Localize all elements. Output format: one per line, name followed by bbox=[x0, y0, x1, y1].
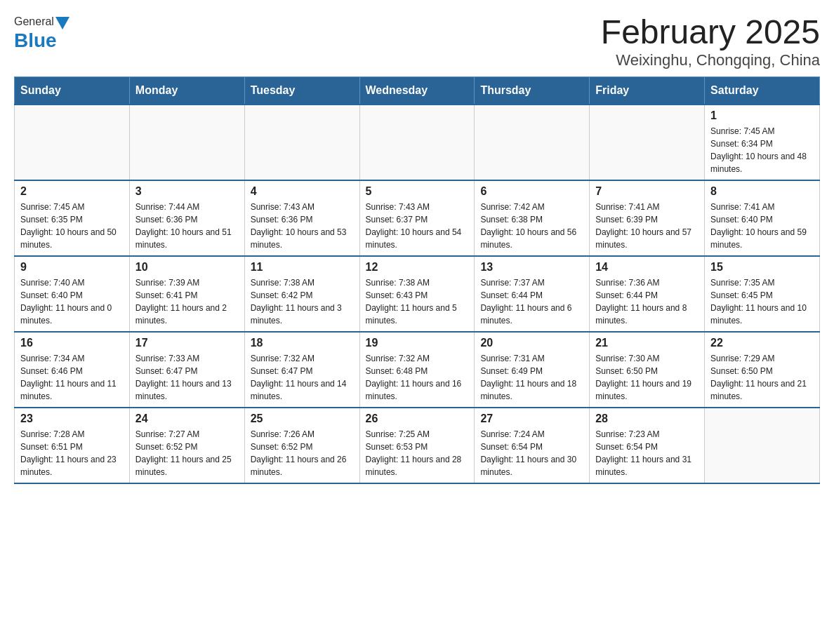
day-number: 3 bbox=[135, 185, 239, 198]
day-info: Sunrise: 7:39 AMSunset: 6:41 PMDaylight:… bbox=[135, 276, 239, 327]
day-info: Sunrise: 7:27 AMSunset: 6:52 PMDaylight:… bbox=[135, 428, 239, 478]
calendar-cell: 20Sunrise: 7:31 AMSunset: 6:49 PMDayligh… bbox=[475, 332, 590, 408]
calendar-cell bbox=[705, 408, 820, 483]
calendar-cell: 1Sunrise: 7:45 AMSunset: 6:34 PMDaylight… bbox=[705, 105, 820, 180]
day-info: Sunrise: 7:32 AMSunset: 6:47 PMDaylight:… bbox=[251, 352, 354, 403]
calendar-table: SundayMondayTuesdayWednesdayThursdayFrid… bbox=[14, 76, 820, 484]
calendar-cell: 12Sunrise: 7:38 AMSunset: 6:43 PMDayligh… bbox=[359, 256, 475, 332]
day-number: 1 bbox=[710, 109, 814, 122]
logo: General Blue bbox=[14, 14, 70, 52]
page-header: General Blue February 2025 Weixinghu, Ch… bbox=[14, 14, 820, 69]
calendar-subtitle: Weixinghu, Chongqing, China bbox=[601, 51, 820, 69]
calendar-cell: 15Sunrise: 7:35 AMSunset: 6:45 PMDayligh… bbox=[705, 256, 820, 332]
calendar-cell: 17Sunrise: 7:33 AMSunset: 6:47 PMDayligh… bbox=[129, 332, 244, 408]
calendar-cell: 18Sunrise: 7:32 AMSunset: 6:47 PMDayligh… bbox=[244, 332, 359, 408]
day-number: 11 bbox=[251, 261, 354, 274]
day-info: Sunrise: 7:26 AMSunset: 6:52 PMDaylight:… bbox=[251, 428, 354, 478]
day-number: 20 bbox=[480, 337, 583, 349]
calendar-cell bbox=[15, 105, 130, 180]
day-info: Sunrise: 7:34 AMSunset: 6:46 PMDaylight:… bbox=[20, 352, 124, 403]
logo-general-text: General bbox=[14, 15, 54, 28]
day-number: 9 bbox=[20, 261, 124, 274]
day-info: Sunrise: 7:43 AMSunset: 6:36 PMDaylight:… bbox=[251, 201, 354, 251]
calendar-cell bbox=[475, 105, 590, 180]
calendar-week-1: 1Sunrise: 7:45 AMSunset: 6:34 PMDaylight… bbox=[15, 105, 820, 180]
calendar-cell: 14Sunrise: 7:36 AMSunset: 6:44 PMDayligh… bbox=[590, 256, 705, 332]
day-info: Sunrise: 7:24 AMSunset: 6:54 PMDaylight:… bbox=[480, 428, 583, 478]
day-info: Sunrise: 7:35 AMSunset: 6:45 PMDaylight:… bbox=[710, 276, 814, 327]
day-info: Sunrise: 7:41 AMSunset: 6:39 PMDaylight:… bbox=[595, 201, 699, 251]
day-number: 23 bbox=[20, 412, 124, 425]
day-header-wednesday: Wednesday bbox=[359, 76, 475, 105]
day-info: Sunrise: 7:36 AMSunset: 6:44 PMDaylight:… bbox=[595, 276, 699, 327]
day-header-thursday: Thursday bbox=[475, 76, 590, 105]
calendar-cell: 21Sunrise: 7:30 AMSunset: 6:50 PMDayligh… bbox=[590, 332, 705, 408]
logo-blue-text: Blue bbox=[14, 29, 57, 52]
day-info: Sunrise: 7:44 AMSunset: 6:36 PMDaylight:… bbox=[135, 201, 239, 251]
calendar-cell: 13Sunrise: 7:37 AMSunset: 6:44 PMDayligh… bbox=[475, 256, 590, 332]
day-header-friday: Friday bbox=[590, 76, 705, 105]
day-number: 18 bbox=[251, 337, 354, 349]
day-info: Sunrise: 7:43 AMSunset: 6:37 PMDaylight:… bbox=[366, 201, 469, 251]
day-header-sunday: Sunday bbox=[15, 76, 130, 105]
day-info: Sunrise: 7:31 AMSunset: 6:49 PMDaylight:… bbox=[480, 352, 583, 403]
calendar-cell: 25Sunrise: 7:26 AMSunset: 6:52 PMDayligh… bbox=[244, 408, 359, 483]
day-number: 14 bbox=[595, 261, 699, 274]
day-info: Sunrise: 7:45 AMSunset: 6:34 PMDaylight:… bbox=[710, 125, 814, 175]
day-number: 16 bbox=[20, 337, 124, 349]
day-number: 24 bbox=[135, 412, 239, 425]
calendar-cell: 28Sunrise: 7:23 AMSunset: 6:54 PMDayligh… bbox=[590, 408, 705, 483]
calendar-cell: 8Sunrise: 7:41 AMSunset: 6:40 PMDaylight… bbox=[705, 180, 820, 256]
calendar-week-3: 9Sunrise: 7:40 AMSunset: 6:40 PMDaylight… bbox=[15, 256, 820, 332]
day-info: Sunrise: 7:37 AMSunset: 6:44 PMDaylight:… bbox=[480, 276, 583, 327]
calendar-title: February 2025 bbox=[601, 14, 820, 51]
calendar-cell: 24Sunrise: 7:27 AMSunset: 6:52 PMDayligh… bbox=[129, 408, 244, 483]
calendar-week-2: 2Sunrise: 7:45 AMSunset: 6:35 PMDaylight… bbox=[15, 180, 820, 256]
calendar-header-row: SundayMondayTuesdayWednesdayThursdayFrid… bbox=[15, 76, 820, 105]
calendar-cell: 27Sunrise: 7:24 AMSunset: 6:54 PMDayligh… bbox=[475, 408, 590, 483]
calendar-cell bbox=[129, 105, 244, 180]
day-info: Sunrise: 7:38 AMSunset: 6:42 PMDaylight:… bbox=[251, 276, 354, 327]
day-info: Sunrise: 7:28 AMSunset: 6:51 PMDaylight:… bbox=[20, 428, 124, 478]
day-info: Sunrise: 7:23 AMSunset: 6:54 PMDaylight:… bbox=[595, 428, 699, 478]
calendar-cell: 10Sunrise: 7:39 AMSunset: 6:41 PMDayligh… bbox=[129, 256, 244, 332]
day-info: Sunrise: 7:29 AMSunset: 6:50 PMDaylight:… bbox=[710, 352, 814, 403]
calendar-cell: 16Sunrise: 7:34 AMSunset: 6:46 PMDayligh… bbox=[15, 332, 130, 408]
day-header-tuesday: Tuesday bbox=[244, 76, 359, 105]
day-info: Sunrise: 7:30 AMSunset: 6:50 PMDaylight:… bbox=[595, 352, 699, 403]
day-number: 10 bbox=[135, 261, 239, 274]
day-number: 6 bbox=[480, 185, 583, 198]
calendar-cell: 3Sunrise: 7:44 AMSunset: 6:36 PMDaylight… bbox=[129, 180, 244, 256]
day-number: 8 bbox=[710, 185, 814, 198]
calendar-cell: 6Sunrise: 7:42 AMSunset: 6:38 PMDaylight… bbox=[475, 180, 590, 256]
title-section: February 2025 Weixinghu, Chongqing, Chin… bbox=[601, 14, 820, 69]
day-number: 22 bbox=[710, 337, 814, 349]
calendar-cell bbox=[590, 105, 705, 180]
day-number: 25 bbox=[251, 412, 354, 425]
day-number: 13 bbox=[480, 261, 583, 274]
calendar-cell: 5Sunrise: 7:43 AMSunset: 6:37 PMDaylight… bbox=[359, 180, 475, 256]
day-info: Sunrise: 7:32 AMSunset: 6:48 PMDaylight:… bbox=[366, 352, 469, 403]
day-info: Sunrise: 7:40 AMSunset: 6:40 PMDaylight:… bbox=[20, 276, 124, 327]
day-header-saturday: Saturday bbox=[705, 76, 820, 105]
day-number: 17 bbox=[135, 337, 239, 349]
logo-arrow-icon bbox=[55, 17, 70, 29]
day-number: 15 bbox=[710, 261, 814, 274]
day-info: Sunrise: 7:45 AMSunset: 6:35 PMDaylight:… bbox=[20, 201, 124, 251]
day-number: 19 bbox=[366, 337, 469, 349]
day-number: 5 bbox=[366, 185, 469, 198]
calendar-cell: 19Sunrise: 7:32 AMSunset: 6:48 PMDayligh… bbox=[359, 332, 475, 408]
day-number: 2 bbox=[20, 185, 124, 198]
calendar-cell: 11Sunrise: 7:38 AMSunset: 6:42 PMDayligh… bbox=[244, 256, 359, 332]
day-number: 7 bbox=[595, 185, 699, 198]
calendar-cell: 26Sunrise: 7:25 AMSunset: 6:53 PMDayligh… bbox=[359, 408, 475, 483]
day-info: Sunrise: 7:42 AMSunset: 6:38 PMDaylight:… bbox=[480, 201, 583, 251]
calendar-week-5: 23Sunrise: 7:28 AMSunset: 6:51 PMDayligh… bbox=[15, 408, 820, 483]
calendar-cell bbox=[244, 105, 359, 180]
calendar-cell: 7Sunrise: 7:41 AMSunset: 6:39 PMDaylight… bbox=[590, 180, 705, 256]
day-header-monday: Monday bbox=[129, 76, 244, 105]
day-info: Sunrise: 7:25 AMSunset: 6:53 PMDaylight:… bbox=[366, 428, 469, 478]
calendar-cell bbox=[359, 105, 475, 180]
calendar-cell: 22Sunrise: 7:29 AMSunset: 6:50 PMDayligh… bbox=[705, 332, 820, 408]
calendar-cell: 4Sunrise: 7:43 AMSunset: 6:36 PMDaylight… bbox=[244, 180, 359, 256]
